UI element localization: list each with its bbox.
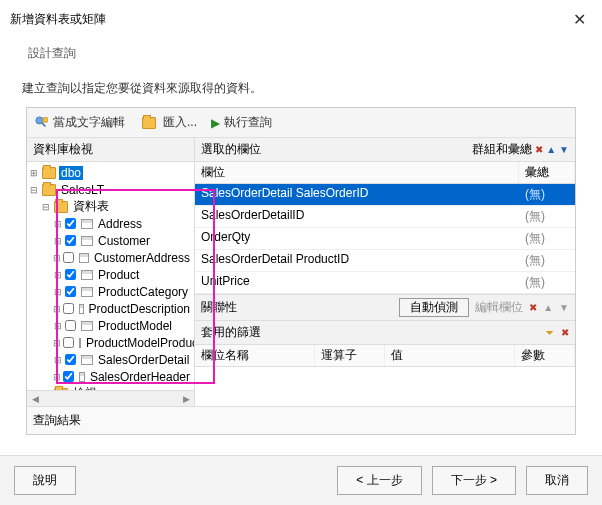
scroll-left-icon[interactable]: ◀ xyxy=(27,394,43,404)
run-query-button[interactable]: ▶ 執行查詢 xyxy=(211,114,272,131)
query-results-header: 查詢結果 xyxy=(27,406,575,434)
field-agg: (無) xyxy=(519,272,575,293)
node-label: Customer xyxy=(96,234,152,248)
table-checkbox[interactable] xyxy=(63,252,74,263)
table-checkbox[interactable] xyxy=(65,235,76,246)
fh-value: 值 xyxy=(385,345,515,366)
folder-icon xyxy=(54,388,68,391)
right-pane: 選取的欄位 群組和彙總 ✖ ▲ ▼ 欄位 彙總 SalesOrderDetail… xyxy=(195,138,575,406)
node-label: ProductModel xyxy=(96,319,174,333)
field-agg: (無) xyxy=(519,228,575,249)
field-name: OrderQty xyxy=(195,228,519,249)
help-button[interactable]: 說明 xyxy=(14,466,76,495)
close-icon[interactable]: ✕ xyxy=(567,8,592,31)
field-row[interactable]: UnitPrice(無) xyxy=(195,272,575,294)
node-label: Product xyxy=(96,268,141,282)
funnel-icon[interactable]: ⏷ xyxy=(545,327,555,338)
selected-fields-header: 選取的欄位 xyxy=(195,138,466,161)
edit-fields-label: 編輯欄位 xyxy=(475,299,523,316)
rel-delete-icon[interactable]: ✖ xyxy=(529,302,537,313)
table-icon xyxy=(81,219,93,229)
node-label: ProductModelProduct xyxy=(84,336,194,350)
node-label: Address xyxy=(96,217,144,231)
tree-node[interactable]: ⊞ProductModel xyxy=(29,317,192,334)
fh-operator: 運算子 xyxy=(315,345,385,366)
table-icon xyxy=(81,287,93,297)
field-name: SalesOrderDetail ProductID xyxy=(195,250,519,271)
expand-icon: ⊞ xyxy=(53,355,63,365)
edit-as-text-button[interactable]: 當成文字編輯 xyxy=(35,114,125,131)
tree-node[interactable]: ⊞SalesOrderDetail xyxy=(29,351,192,368)
folder-icon xyxy=(42,167,56,179)
table-checkbox[interactable] xyxy=(63,337,74,348)
tree-node[interactable]: ⊞ProductModelProduct xyxy=(29,334,192,351)
rel-up-icon[interactable]: ▲ xyxy=(543,302,553,313)
table-checkbox[interactable] xyxy=(65,218,76,229)
node-label: ProductCategory xyxy=(96,285,190,299)
node-label: CustomerAddress xyxy=(92,251,192,265)
cancel-button[interactable]: 取消 xyxy=(526,466,588,495)
field-row[interactable]: SalesOrderDetail SalesOrderID(無) xyxy=(195,184,575,206)
folder-icon xyxy=(54,201,68,213)
expand-icon: ⊞ xyxy=(53,253,61,263)
field-name: SalesOrderDetailID xyxy=(195,206,519,227)
tree-node[interactable]: ⊟SalesLT xyxy=(29,181,192,198)
collapse-icon: ⊟ xyxy=(41,202,51,212)
wizard-buttons: 說明 < 上一步 下一步 > 取消 xyxy=(0,455,602,505)
tree-node[interactable]: ⊞ProductCategory xyxy=(29,283,192,300)
group-aggregate-header: 群組和彙總 ✖ ▲ ▼ xyxy=(466,138,575,161)
tree-node[interactable]: ⊞dbo xyxy=(29,164,192,181)
import-button[interactable]: 匯入... xyxy=(139,114,197,131)
scroll-right-icon[interactable]: ▶ xyxy=(178,394,194,404)
table-checkbox[interactable] xyxy=(65,286,76,297)
tree-node[interactable]: ⊟資料表 xyxy=(29,198,192,215)
window-title: 新增資料表或矩陣 xyxy=(10,11,106,28)
tree-node[interactable]: ⊞Product xyxy=(29,266,192,283)
field-agg: (無) xyxy=(519,250,575,271)
svg-rect-1 xyxy=(43,117,47,121)
filter-delete-icon[interactable]: ✖ xyxy=(561,327,569,338)
col-agg-header: 彙總 xyxy=(519,162,575,183)
node-label: ProductDescription xyxy=(87,302,192,316)
table-icon xyxy=(79,304,84,314)
tree-node[interactable]: ⊞SalesOrderHeader xyxy=(29,368,192,385)
tree-node[interactable]: ⊞CustomerAddress xyxy=(29,249,192,266)
applied-filters-header: 套用的篩選 ⏷ ✖ xyxy=(195,321,575,345)
table-icon xyxy=(81,321,93,331)
schema-tree[interactable]: ⊞dbo⊟SalesLT⊟資料表⊞Address⊞Customer⊞Custom… xyxy=(27,162,194,390)
node-label: SalesOrderHeader xyxy=(88,370,192,384)
instruction-text: 建立查詢以指定您要從資料來源取得的資料。 xyxy=(0,68,602,107)
delete-icon[interactable]: ✖ xyxy=(535,144,543,155)
table-checkbox[interactable] xyxy=(65,320,76,331)
field-row[interactable]: SalesOrderDetail ProductID(無) xyxy=(195,250,575,272)
node-label: SalesOrderDetail xyxy=(96,353,191,367)
table-checkbox[interactable] xyxy=(65,354,76,365)
expand-icon: ⊞ xyxy=(53,287,63,297)
table-checkbox[interactable] xyxy=(65,269,76,280)
tree-node[interactable]: ⊞Customer xyxy=(29,232,192,249)
expand-icon: ⊞ xyxy=(53,304,61,314)
table-checkbox[interactable] xyxy=(63,371,74,382)
field-name: SalesOrderDetail SalesOrderID xyxy=(195,184,519,205)
field-row[interactable]: SalesOrderDetailID(無) xyxy=(195,206,575,228)
fh-param: 參數 xyxy=(515,345,575,366)
toolbar: 當成文字編輯 匯入... ▶ 執行查詢 xyxy=(27,108,575,138)
table-checkbox[interactable] xyxy=(63,303,74,314)
tree-node[interactable]: ⊞ProductDescription xyxy=(29,300,192,317)
auto-detect-button[interactable]: 自動偵測 xyxy=(399,298,469,317)
play-icon: ▶ xyxy=(211,116,220,130)
table-icon xyxy=(81,236,93,246)
move-up-icon[interactable]: ▲ xyxy=(546,144,556,155)
tree-node[interactable]: ⊞Address xyxy=(29,215,192,232)
move-down-icon[interactable]: ▼ xyxy=(559,144,569,155)
rel-down-icon[interactable]: ▼ xyxy=(559,302,569,313)
query-designer: 當成文字編輯 匯入... ▶ 執行查詢 資料庫檢視 ⊞dbo⊟SalesLT⊟資… xyxy=(26,107,576,435)
next-button[interactable]: 下一步 > xyxy=(432,466,516,495)
filter-columns: 欄位名稱 運算子 值 參數 xyxy=(195,345,575,367)
folder-icon xyxy=(42,184,56,196)
back-button[interactable]: < 上一步 xyxy=(337,466,421,495)
horizontal-scrollbar[interactable]: ◀ ▶ xyxy=(27,390,194,406)
node-label: SalesLT xyxy=(59,183,106,197)
database-view-pane: 資料庫檢視 ⊞dbo⊟SalesLT⊟資料表⊞Address⊞Customer⊞… xyxy=(27,138,195,406)
field-row[interactable]: OrderQty(無) xyxy=(195,228,575,250)
